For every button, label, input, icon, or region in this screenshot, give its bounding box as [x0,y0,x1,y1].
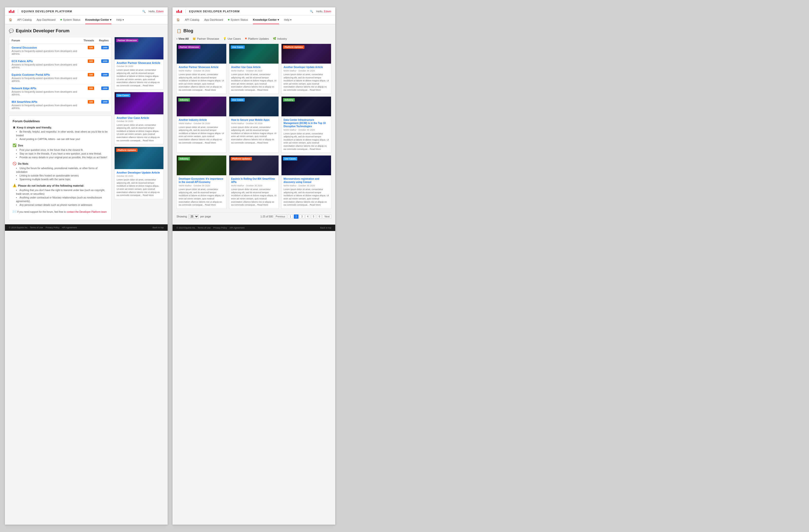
nav-api-catalog[interactable]: API Catalog [185,16,200,24]
nav-system-status[interactable]: System Status [61,16,80,24]
card-title[interactable]: Another Partner Showcase Article [117,62,161,64]
nav-help[interactable]: Help ▾ [116,16,124,24]
forum-row-title[interactable]: IBX SmartView APIs [12,100,37,103]
nav-home[interactable]: 🏠 [176,16,180,24]
nav-knowledge-center[interactable]: Knowledge Center ▾ [85,16,111,24]
card-tag: Use Cases [231,45,245,49]
contact-link[interactable]: contact the Developer Platform team [67,210,106,213]
forum-row-title[interactable]: General Discussion [12,46,37,49]
card-title[interactable]: Data Center Infrastructure Management (D… [283,118,329,128]
table-row[interactable]: ECX Fabric APIs Answers to frequently-as… [9,57,111,71]
card-title[interactable]: Developer Ecosystem: It's importance in … [179,177,224,184]
table-row[interactable]: IBX SmartView APIs Answers to frequently… [9,98,111,112]
logo-text: EQUINIX DEVELOPER PLATFORM [21,10,72,13]
next-button[interactable]: Next [323,214,331,219]
page-btn-5[interactable]: 5 [311,214,316,219]
table-row[interactable]: Equinix Customer Portal APIs Answers to … [9,71,111,85]
card-title[interactable]: Another Use Case Article [117,116,161,119]
card-text: Lorem ipsum dolor sit amet, consectetur … [179,73,224,92]
card-title[interactable]: Another Industry Article [179,118,224,122]
footer-privacy[interactable]: Privacy Policy [46,226,59,229]
filter-use-cases[interactable]: 💡 Use Cases [223,37,241,40]
card-img-bg: Industry [177,97,226,116]
page-btn-1[interactable]: 1 [288,214,293,219]
blog-header: EQUINIX DEVELOPER PLATFORM 🔍 Hello, Edwi… [173,7,335,16]
card-title[interactable]: Microservices registration and discovery… [283,177,329,184]
header-right: 🔍 Hello, Edwin [310,10,331,13]
crown-icon: 👑 [192,37,196,40]
nav-home[interactable]: 🏠 [9,16,12,24]
back-to-top[interactable]: Back to top [153,226,164,229]
card-tag: Use Cases [231,98,245,102]
card-tag: Partner Showcase [116,39,138,42]
back-to-top[interactable]: Back to top [320,226,331,229]
filter-view-all[interactable]: › View All [176,37,189,40]
blog-card-sm: Use Cases Another Use Case Article Octob… [114,92,164,144]
nav-app-dashboard[interactable]: App Dashboard [37,16,55,24]
card-text: Lorem ipsum dolor sit amet, consectetur … [117,178,161,197]
card-text: Lorem ipsum dolor sit amet, consectetur … [283,132,329,151]
prev-button[interactable]: Previous [274,214,287,219]
forum-row-desc: Answers to frequently-asked questions fr… [12,50,79,55]
nav-help[interactable]: Help ▾ [284,16,292,24]
nav-knowledge-center[interactable]: Knowledge Center ▾ [253,16,279,24]
nav-system-status[interactable]: System Status [228,16,248,24]
card-text: Lorem ipsum dolor sit amet, consectetur … [231,188,277,207]
footer-api[interactable]: API Agreement [229,226,244,229]
forum-row-title[interactable]: ECX Fabric APIs [12,60,33,63]
header-right: 🔍 Hello, Edwin [142,10,164,13]
pagination-right: 1-25 of 500 Previous 1 2 3 4 5 6 Next [261,214,331,219]
forum-cell-name: ECX Fabric APIs Answers to frequently-as… [9,57,81,71]
guideline-warning: ⚠️ Please do not include any of the foll… [13,184,108,207]
footer-privacy[interactable]: Privacy Policy [213,226,227,229]
card-title[interactable]: Another Developer Update Article [283,66,329,69]
replies-badge: 1000 [101,73,109,76]
card-title[interactable]: Another Partner Showcase Article [179,66,224,69]
guideline-dos: ✅ Dos Post your question once, in the fo… [13,143,108,159]
card-body: Another Use Case Article Mohit Mathur · … [229,64,279,94]
user-name[interactable]: Edwin [156,10,164,13]
page-btn-2[interactable]: 2 [294,214,299,219]
page-btn-6[interactable]: 6 [317,214,322,219]
forum-cell-threads: 100 [81,85,97,98]
blog-content: 📋 Blog › View All 👑 Partner Showcase 💡 U… [173,24,335,225]
search-icon[interactable]: 🔍 [310,10,313,13]
filter-platform-updates[interactable]: ✖ Platform Updates [245,37,269,40]
page-btn-3[interactable]: 3 [299,214,305,219]
pagination-left: Showing 25 50 per page [176,214,211,219]
filter-industry[interactable]: 🌿 Industry [273,37,287,40]
card-title[interactable]: Another Developer Update Article [117,171,161,174]
table-row[interactable]: Network Edge APIs Answers to frequently-… [9,85,111,98]
table-row[interactable]: General Discussion Answers to frequently… [9,44,111,57]
forum-row-title[interactable]: Equinix Customer Portal APIs [12,73,50,76]
filter-partner-showcase[interactable]: 👑 Partner Showcase [192,37,219,40]
page-btn-4[interactable]: 4 [305,214,310,219]
card-title[interactable]: How to Secure your Mobile Apps [231,118,277,122]
card-text: Lorem ipsum dolor sit amet, consectetur … [179,188,224,207]
card-body: Data Center Infrastructure Management (D… [281,116,331,153]
user-name[interactable]: Edwin [324,10,331,13]
forum-cell-replies: 1000 [97,57,111,71]
card-meta: Mohit Mathur · October 30 2020 [231,122,277,125]
blog-card: Use Cases Microservices registration and… [281,155,331,209]
per-page-select[interactable]: 25 50 [188,214,199,219]
card-meta: Mohit Mathur · October 30 2020 [231,70,277,72]
forum-cell-name: Network Edge APIs Answers to frequently-… [9,85,81,98]
threads-badge: 100 [88,46,94,49]
guideline-donots-heading: 🚫 Do Nots [13,162,108,166]
search-icon[interactable]: 🔍 [142,10,146,13]
footer-terms[interactable]: Terms of Use [30,226,43,229]
blog-panel: EQUINIX DEVELOPER PLATFORM 🔍 Hello, Edwi… [173,7,335,525]
card-title[interactable]: Equinix Is Rolling Out IBX SmartView API… [231,177,277,184]
card-title[interactable]: Another Use Case Article [231,66,277,69]
footer-api[interactable]: API Agreement [62,226,77,229]
guideline-donots-text: Using the forum for advertising, promoti… [13,167,108,181]
guideline-simple-heading: 🖥 Keep it simple and friendly. [13,126,108,129]
footer-terms[interactable]: Terms of Use [198,226,211,229]
threads-badge: 100 [88,73,94,76]
nav-api-catalog[interactable]: API Catalog [17,16,32,24]
forum-row-title[interactable]: Network Edge APIs [12,87,36,90]
card-img-bg: Platform Updates [229,156,279,175]
nav-app-dashboard[interactable]: App Dashboard [204,16,223,24]
forum-row-desc: Answers to frequently-asked questions fr… [12,63,79,69]
